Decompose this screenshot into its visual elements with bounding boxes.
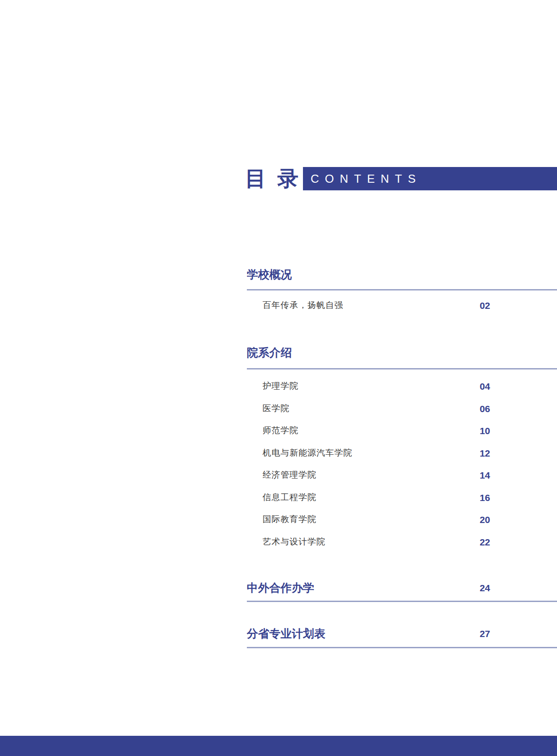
- toc-entry: 信息工程学院 16: [263, 491, 490, 504]
- toc-entry-page: 02: [480, 301, 490, 310]
- toc-title-chinese: 目 录: [245, 167, 301, 190]
- toc-entry-label: 信息工程学院: [263, 492, 316, 503]
- toc-entry-label: 百年传承，扬帆自强: [263, 299, 343, 311]
- toc-entry-label: 艺术与设计学院: [263, 536, 325, 548]
- toc-section-entry: 中外合作办学 24: [247, 581, 490, 594]
- toc-entry-label: 师范学院: [263, 425, 298, 436]
- toc-entry-label: 机电与新能源汽车学院: [263, 447, 352, 459]
- section-title-provincial-plan-table: 分省专业计划表: [247, 626, 325, 641]
- divider-rule: [247, 289, 557, 290]
- contents-banner: CONTENTS: [303, 167, 557, 190]
- footer-bar: [0, 736, 557, 756]
- section-title-sino-foreign-cooperation: 中外合作办学: [247, 580, 314, 595]
- toc-entry-page: 04: [480, 382, 490, 391]
- toc-entry: 师范学院 10: [263, 424, 490, 437]
- section-title-school-overview: 学校概况: [247, 268, 292, 281]
- toc-entry-label: 医学院: [263, 403, 289, 414]
- toc-entry: 艺术与设计学院 22: [263, 536, 490, 548]
- toc-entry-page: 14: [480, 470, 490, 480]
- toc-page: 目 录 CONTENTS 学校概况 百年传承，扬帆自强 02 院系介绍 护理学院…: [0, 0, 557, 756]
- toc-entry-page: 27: [480, 629, 490, 638]
- section-title-departments: 院系介绍: [247, 346, 292, 359]
- toc-entry-page: 12: [480, 448, 490, 458]
- toc-entry-page: 24: [480, 583, 490, 593]
- toc-entry: 医学院 06: [263, 402, 490, 415]
- toc-title-english: CONTENTS: [311, 173, 421, 185]
- toc-entry-label: 国际教育学院: [263, 514, 316, 525]
- divider-rule: [247, 647, 557, 648]
- toc-entry-label: 护理学院: [263, 380, 298, 392]
- toc-entry: 国际教育学院 20: [263, 513, 490, 526]
- toc-entry: 机电与新能源汽车学院 12: [263, 447, 490, 459]
- toc-entry-page: 10: [480, 426, 490, 435]
- toc-entry-page: 22: [480, 537, 490, 547]
- toc-entry-label: 经济管理学院: [263, 469, 316, 481]
- toc-entry: 护理学院 04: [263, 380, 490, 392]
- toc-entry: 百年传承，扬帆自强 02: [263, 299, 490, 312]
- toc-entry-page: 06: [480, 404, 490, 413]
- toc-entry: 经济管理学院 14: [263, 469, 490, 481]
- toc-section-entry: 分省专业计划表 27: [247, 627, 490, 640]
- divider-rule: [247, 601, 557, 602]
- toc-entry-page: 20: [480, 515, 490, 524]
- divider-rule: [247, 368, 557, 369]
- toc-header: 目 录 CONTENTS: [245, 167, 557, 190]
- toc-entry-page: 16: [480, 493, 490, 502]
